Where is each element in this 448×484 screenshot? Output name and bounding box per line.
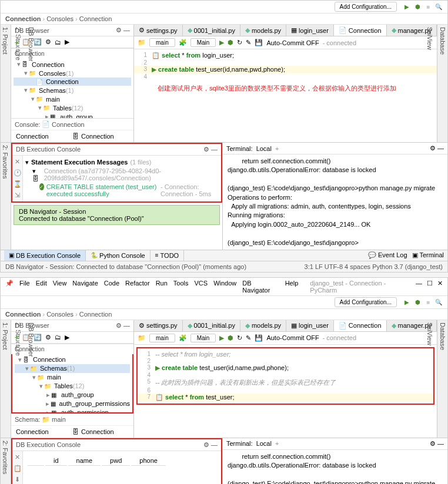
clock-icon: 🕐 (14, 169, 22, 177)
tab-python-console[interactable]: 🐍 Python Console (86, 250, 151, 261)
menu-bar[interactable]: 📌 FileEditViewNavigateCodeRefactorRunToo… (1, 278, 447, 296)
tab-connection: 📄Connection (334, 25, 387, 36)
debug-icon[interactable]: ⬢ (413, 298, 422, 306)
conn-cell: 🗄Connection (72, 133, 129, 140)
search-icon[interactable]: 🔍 (434, 3, 443, 11)
search-icon[interactable]: 🔍 (434, 298, 443, 306)
editor-toolbar[interactable]: 📁main 🧩Main ▶⬢↻✎💾 Auto-Commit OFF- conne… (134, 36, 437, 49)
maximize-icon: ☐ (427, 280, 433, 294)
session-popup: DB Navigator - Session Connected to data… (14, 205, 220, 225)
add-config-button[interactable]: Add Configuration... (335, 297, 397, 307)
panel-controls[interactable]: ⚙ — (116, 26, 130, 34)
minimize-icon: — (416, 280, 422, 294)
db-toolbar[interactable]: +📋🔄⚙🗂▶ (11, 36, 133, 48)
status-left: DB Navigator - Session: Connected to dat… (5, 263, 246, 270)
tree-connection-selected: 📄Connection (14, 78, 131, 86)
exec-title: DB Execution Console (16, 146, 81, 153)
db-browser-title: DB Browser (15, 27, 49, 34)
right-gutter[interactable]: DatabaseSciView (437, 25, 447, 142)
tab-todo[interactable]: ≡ TODO (151, 250, 184, 261)
left-gutter[interactable]: 1: Project2: StructureDB Browser (1, 25, 11, 142)
db-tree[interactable]: ▾🗄Connection ▾📁Consoles (1) 📄Connection … (11, 59, 133, 118)
terminal-output[interactable]: return self.connection.commit() django.d… (223, 154, 447, 250)
add-config-button[interactable]: Add Configuration... (335, 2, 397, 12)
event-log[interactable]: 💬 Event Log (368, 251, 407, 259)
status-right: 3:1 LF UTF-8 4 spaces Python 3.7 (django… (305, 263, 443, 270)
stop-icon: ■ (424, 3, 432, 11)
sql-editor-highlighted[interactable]: 1-- select * from login_user; 2 3▶ creat… (136, 347, 434, 405)
breadcrumb: Connection›Consoles›Connection (1, 14, 447, 25)
terminal-title: Terminal: (226, 145, 253, 152)
table-row: ▸▦auth_group_permissions (15, 399, 130, 408)
window-controls[interactable]: —☐✕ (416, 280, 443, 294)
table-row: ▸▦auth_group (15, 391, 130, 399)
db-tree-highlighted[interactable]: ▾🗄Connection ▾📁Schemas (1) ▾📁main ▾📁Tabl… (11, 354, 133, 414)
more-icon: ⇲ (15, 191, 20, 199)
table-row: ▸▦auth_permission (15, 408, 130, 414)
sql-editor[interactable]: 1📋 select * from login_user; 2 3▶ create… (134, 49, 437, 142)
connection-label: Connection (11, 48, 133, 59)
close-icon: ✕ (15, 158, 20, 166)
table-row: ▸▦auth_group (14, 112, 131, 118)
terminal-tab[interactable]: ▣ Terminal (412, 251, 444, 259)
filter-icon: ⌛ (14, 180, 22, 188)
editor-tabs[interactable]: ⚙settings.py ◆0001_initial.py ◆models.py… (134, 25, 437, 36)
conn-cell: Connection (16, 133, 72, 140)
exec-messages: ▾Statement Execution Messages (1 files) … (23, 156, 221, 201)
run-icon[interactable]: ▶ (403, 298, 411, 306)
run-icon[interactable]: ▶ (403, 3, 411, 11)
schemas-selected: ▾📁Schemas (1) (15, 364, 130, 373)
close-icon: ✕ (437, 280, 443, 294)
add-terminal-icon[interactable]: + (275, 145, 279, 152)
annotation-note: 创建测试用户表，sqlite3里面的数据类型不需要定义，会根据你输入的类型进行添… (134, 80, 437, 97)
stop-icon: ■ (424, 298, 432, 306)
result-table: idnamepwdphone (23, 451, 170, 484)
tab-exec-console[interactable]: ▣ DB Execution Console (4, 250, 86, 261)
debug-icon[interactable]: ⬢ (413, 3, 422, 11)
